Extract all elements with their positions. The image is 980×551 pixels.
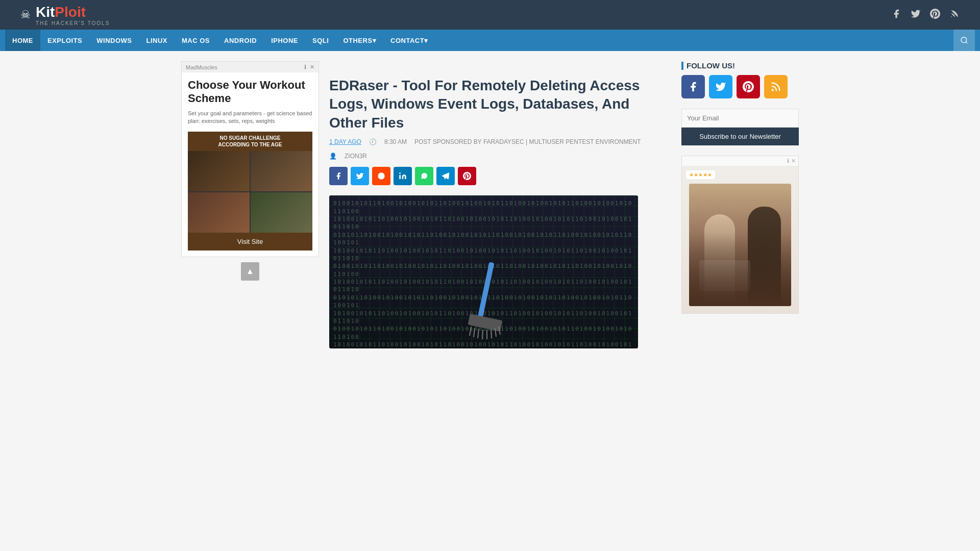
nav-others[interactable]: OTHERS ▾ xyxy=(336,30,383,51)
follow-title: FOLLOW US! xyxy=(681,61,799,70)
header-social-links xyxy=(891,9,960,21)
svg-line-8 xyxy=(470,327,471,336)
svg-point-16 xyxy=(772,90,773,91)
article-category: POST SPONSORED BY FARADAYSEC | MULTIUSER… xyxy=(414,138,641,145)
broom-svg xyxy=(458,252,509,343)
left-sidebar: MadMuscles ℹ ✕ Choose Your Workout Schem… xyxy=(181,61,319,348)
nav-macos[interactable]: MAC OS xyxy=(175,30,217,51)
share-telegram[interactable] xyxy=(436,167,455,185)
nav-android[interactable]: ANDROID xyxy=(217,30,264,51)
site-header: ☠ KitPloit THE HACKER'S TOOLS xyxy=(0,0,980,30)
ad-controls: ℹ ✕ xyxy=(304,64,314,70)
clock-icon: 🕗 xyxy=(369,138,377,145)
ad-image-grid xyxy=(188,151,312,233)
svg-line-11 xyxy=(482,330,483,339)
twitter-header-link[interactable] xyxy=(911,9,921,21)
svg-line-10 xyxy=(478,329,479,338)
svg-point-1 xyxy=(961,37,967,43)
ad-info-icon[interactable]: ℹ xyxy=(304,64,306,70)
sidebar-ad-header: ℹ ✕ xyxy=(682,156,798,166)
skull-icon: ☠ xyxy=(20,8,31,21)
ad-img-2 xyxy=(251,151,312,191)
svg-line-2 xyxy=(966,42,967,43)
article-time: 8:30 AM xyxy=(384,138,407,145)
ad-title: Choose Your Workout Scheme xyxy=(188,79,312,106)
svg-line-9 xyxy=(474,328,475,337)
ad-img-3 xyxy=(188,192,250,233)
ad-close-icon[interactable]: ✕ xyxy=(310,64,314,70)
facebook-header-link[interactable] xyxy=(891,9,901,21)
follow-section: FOLLOW US! xyxy=(681,61,799,98)
newsletter-subscribe-button[interactable]: Subscribe to our Newsletter xyxy=(681,128,799,145)
ad-image-label: NO SUGAR CHALLENGEACCORDING TO THE AGE xyxy=(188,132,312,151)
article-title: EDRaser - Tool For Remotely Deleting Acc… xyxy=(329,77,671,132)
svg-line-13 xyxy=(491,329,492,338)
ad-img-4 xyxy=(251,192,312,233)
svg-rect-7 xyxy=(468,314,502,332)
share-linkedin[interactable] xyxy=(394,167,412,185)
rss-header-link[interactable] xyxy=(949,9,960,21)
sidebar-ad: ℹ ✕ ★★★★★ xyxy=(681,156,799,314)
scroll-up-button[interactable]: ▲ xyxy=(241,262,259,281)
article-author-row: 👤 ZION3R xyxy=(329,153,671,160)
nav-home[interactable]: HOME xyxy=(5,30,40,51)
main-content: EDRaser - Tool For Remotely Deleting Acc… xyxy=(329,61,671,348)
nav-exploits[interactable]: EXPLOITS xyxy=(40,30,89,51)
nav-iphone[interactable]: IPHONE xyxy=(264,30,305,51)
contact-dropdown-arrow: ▾ xyxy=(424,37,428,44)
nav-contact[interactable]: CONTACT ▾ xyxy=(383,30,435,51)
nav-linux[interactable]: LINUX xyxy=(139,30,175,51)
page-container: MadMuscles ℹ ✕ Choose Your Workout Schem… xyxy=(174,51,806,359)
pinterest-header-link[interactable] xyxy=(930,9,940,21)
author-icon: 👤 xyxy=(329,153,337,160)
svg-point-3 xyxy=(378,173,384,180)
article-image-inner: 0100101011010010100101011010010100101011… xyxy=(329,195,638,348)
ad-content: Choose Your Workout Scheme Set your goal… xyxy=(182,72,318,257)
sidebar-ad-badge: ★★★★★ xyxy=(686,170,715,179)
main-navbar: HOME EXPLOITS WINDOWS LINUX MAC OS ANDRO… xyxy=(0,30,980,51)
site-title: KitPloit xyxy=(36,4,86,20)
share-buttons xyxy=(329,167,671,185)
others-dropdown-arrow: ▾ xyxy=(373,37,377,44)
site-subtitle: THE HACKER'S TOOLS xyxy=(36,20,110,26)
sidebar-ad-image xyxy=(689,184,791,306)
svg-point-0 xyxy=(951,16,952,17)
svg-point-5 xyxy=(399,173,401,174)
follow-pinterest-button[interactable] xyxy=(737,75,760,98)
ad-img-1 xyxy=(188,151,250,191)
ad-description: Set your goal and parameters - get scien… xyxy=(188,110,312,126)
follow-twitter-button[interactable] xyxy=(709,75,732,98)
sidebar-ad-inner: ★★★★★ xyxy=(682,166,798,314)
logo[interactable]: ☠ KitPloit THE HACKER'S TOOLS xyxy=(20,4,110,26)
share-twitter[interactable] xyxy=(351,167,369,185)
share-pinterest[interactable] xyxy=(458,167,476,185)
ad-source: MadMuscles xyxy=(186,64,217,70)
right-sidebar: FOLLOW US! Subscribe to our Newsletter xyxy=(681,61,799,348)
article-author: ZION3R xyxy=(345,153,367,160)
left-ad-box: MadMuscles ℹ ✕ Choose Your Workout Schem… xyxy=(181,61,319,257)
ad-visit-button[interactable]: Visit Site xyxy=(188,233,312,251)
follow-rss-button[interactable] xyxy=(764,75,788,98)
share-whatsapp[interactable] xyxy=(415,167,433,185)
svg-rect-6 xyxy=(476,262,494,323)
newsletter-email-input[interactable] xyxy=(681,109,799,128)
share-facebook[interactable] xyxy=(329,167,348,185)
nav-sqli[interactable]: SQLI xyxy=(305,30,336,51)
article-meta: 1 DAY AGO 🕗 8:30 AM POST SPONSORED BY FA… xyxy=(329,138,671,145)
ad-header: MadMuscles ℹ ✕ xyxy=(182,62,318,72)
article-featured-image: 0100101011010010100101011010010100101011… xyxy=(329,195,638,348)
follow-facebook-button[interactable] xyxy=(681,75,705,98)
sidebar-ad-close[interactable]: ✕ xyxy=(791,158,796,164)
newsletter-section: Subscribe to our Newsletter xyxy=(681,109,799,145)
sidebar-ad-info[interactable]: ℹ xyxy=(787,158,789,164)
share-reddit[interactable] xyxy=(372,167,390,185)
svg-rect-4 xyxy=(399,175,401,179)
article-date[interactable]: 1 DAY AGO xyxy=(329,138,361,145)
follow-icons xyxy=(681,75,799,98)
nav-windows[interactable]: WINDOWS xyxy=(89,30,139,51)
search-button[interactable] xyxy=(953,30,975,51)
